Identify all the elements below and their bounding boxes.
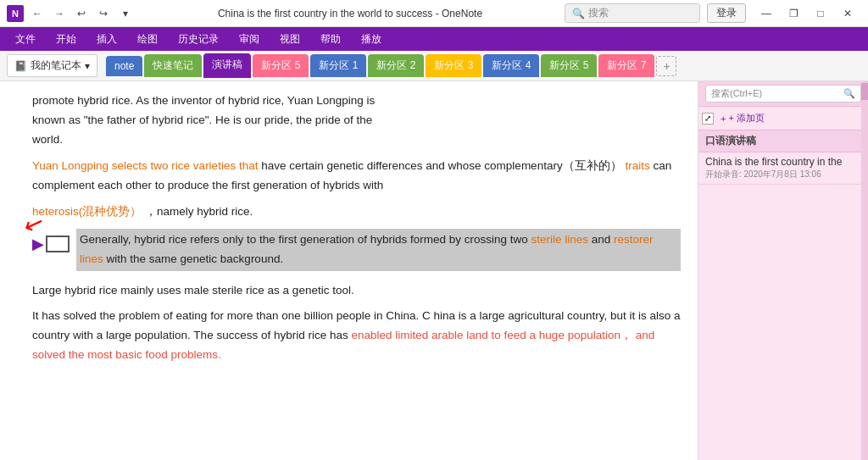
- tab-section-4[interactable]: 新分区 4: [483, 54, 539, 77]
- menu-insert[interactable]: 插入: [88, 30, 125, 49]
- highlighted-text-block: Generally, hybrid rice refers only to th…: [76, 229, 681, 271]
- paragraph-varieties: Yuan Longping selects two rice varieties…: [32, 157, 681, 196]
- add-page-button[interactable]: + + 添加页: [717, 110, 768, 126]
- app-icon: N: [7, 5, 24, 22]
- menu-playback[interactable]: 播放: [353, 30, 390, 49]
- main-layout: promote hybrid rice. As the inventor of …: [0, 81, 868, 460]
- maximize-button[interactable]: □: [807, 0, 834, 27]
- notebook-icon: 📓: [14, 60, 27, 72]
- right-search-box[interactable]: 搜索(Ctrl+E) 🔍: [705, 85, 861, 103]
- page-item[interactable]: China is the first country in the 开始录音: …: [698, 152, 868, 185]
- tab-note[interactable]: note: [106, 56, 142, 76]
- window-title: China is the first country in the world …: [136, 8, 565, 19]
- paragraph-solved: It has solved the problem of eating for …: [32, 307, 681, 365]
- login-button[interactable]: 登录: [707, 3, 746, 23]
- titlebar-nav: ← → ↩ ↪ ▾: [27, 3, 136, 24]
- text-same-genetic: with the same genetic background.: [107, 252, 284, 265]
- search-icon: 🔍: [572, 8, 585, 19]
- right-panel-header: 搜索(Ctrl+E) 🔍: [698, 81, 868, 107]
- plus-icon: +: [721, 114, 726, 124]
- text-genetic: have certain genetic differences and who…: [261, 159, 621, 172]
- tab-section-3[interactable]: 新分区 3: [426, 54, 481, 77]
- undo-button[interactable]: ↩: [71, 3, 92, 24]
- tab-section-2[interactable]: 新分区 2: [368, 54, 424, 77]
- redo-button[interactable]: ↪: [93, 3, 114, 24]
- text-generally: Generally, hybrid rice refers only to th…: [80, 233, 531, 246]
- menu-draw[interactable]: 绘图: [129, 30, 166, 49]
- tab-section-5a[interactable]: 新分区 5: [253, 54, 309, 77]
- tab-section-7[interactable]: 新分区 7: [598, 54, 654, 77]
- page-item-date: 开始录音: 2020年7月8日 13:06: [705, 169, 861, 180]
- menu-review[interactable]: 审阅: [231, 30, 268, 49]
- titlebar-left: N ← → ↩ ↪ ▾: [7, 3, 136, 24]
- expand-panel-button[interactable]: ⤢: [702, 113, 714, 125]
- add-tab-button[interactable]: +: [656, 56, 676, 76]
- right-search-label: 搜索(Ctrl+E): [711, 87, 762, 100]
- menu-view[interactable]: 视图: [271, 30, 309, 49]
- menu-history[interactable]: 历史记录: [170, 30, 227, 49]
- orange-traits: traits: [625, 159, 649, 172]
- menu-help[interactable]: 帮助: [312, 30, 349, 49]
- note-text-content: promote hybrid rice. As the inventor of …: [32, 91, 681, 365]
- text-and: and: [592, 233, 614, 246]
- tab-speech[interactable]: 演讲稿: [203, 53, 251, 78]
- window-controls: — ❐ □ ✕: [753, 0, 861, 27]
- notebook-chevron: ▾: [85, 60, 90, 72]
- right-search-icon: 🔍: [843, 88, 855, 99]
- title-search[interactable]: 🔍 搜索: [565, 3, 700, 23]
- paragraph-intro: promote hybrid rice. As the inventor of …: [32, 91, 681, 150]
- section-title: 口语演讲稿: [698, 130, 868, 152]
- orange-heterosis: heterosis(混种优势）: [32, 205, 142, 218]
- panel-controls: ⤢ + + 添加页: [698, 107, 868, 130]
- titlebar: N ← → ↩ ↪ ▾ China is the first country i…: [0, 0, 868, 27]
- minimize-button[interactable]: —: [753, 0, 780, 27]
- notebook-button[interactable]: 📓 我的笔记本 ▾: [7, 54, 97, 77]
- notebook-label: 我的笔记本: [31, 58, 81, 73]
- back-button[interactable]: ←: [27, 3, 47, 24]
- tab-quick-notes[interactable]: 快速笔记: [144, 54, 202, 77]
- restore-button[interactable]: ❐: [780, 0, 807, 27]
- right-panel: 搜索(Ctrl+E) 🔍 ⤢ + + 添加页 口语演讲稿 China is th…: [698, 81, 868, 460]
- arrow-section: ↙ ▶ Generally, hybrid rice refers only t…: [32, 229, 681, 271]
- bullet-paragraph-row: ▶ Generally, hybrid rice refers only to …: [32, 229, 681, 271]
- text-namely: ，namely hybrid rice.: [145, 205, 253, 218]
- red-text-enabled: enabled limited arable land to feed a hu…: [351, 329, 632, 341]
- close-button[interactable]: ✕: [834, 0, 861, 27]
- menu-home[interactable]: 开始: [47, 30, 85, 49]
- forward-button[interactable]: →: [49, 3, 70, 24]
- tab-section-1[interactable]: 新分区 1: [310, 54, 366, 77]
- paragraph-large-hybrid: Large hybrid rice mainly uses male steri…: [32, 281, 681, 301]
- tab-section-5b[interactable]: 新分区 5: [541, 54, 597, 77]
- menubar: 文件 开始 插入 绘图 历史记录 审阅 视图 帮助 播放: [0, 27, 868, 51]
- scrollbar-thumb[interactable]: [861, 83, 868, 100]
- paragraph-heterosis: heterosis(混种优势） ，namely hybrid rice.: [32, 202, 681, 222]
- more-nav-button[interactable]: ▾: [115, 3, 136, 24]
- menu-file[interactable]: 文件: [7, 30, 44, 49]
- titlebar-actions: 登录: [707, 3, 746, 23]
- tabbar: 📓 我的笔记本 ▾ note 快速笔记 演讲稿 新分区 5 新分区 1 新分区 …: [0, 51, 868, 81]
- orange-sterile: sterile lines: [531, 233, 589, 246]
- content-area: promote hybrid rice. As the inventor of …: [0, 81, 698, 460]
- orange-text-varieties: Yuan Longping selects two rice varieties…: [32, 159, 258, 172]
- page-item-title: China is the first country in the: [705, 156, 861, 168]
- box-outline: [46, 236, 70, 252]
- right-scrollbar[interactable]: [861, 81, 868, 460]
